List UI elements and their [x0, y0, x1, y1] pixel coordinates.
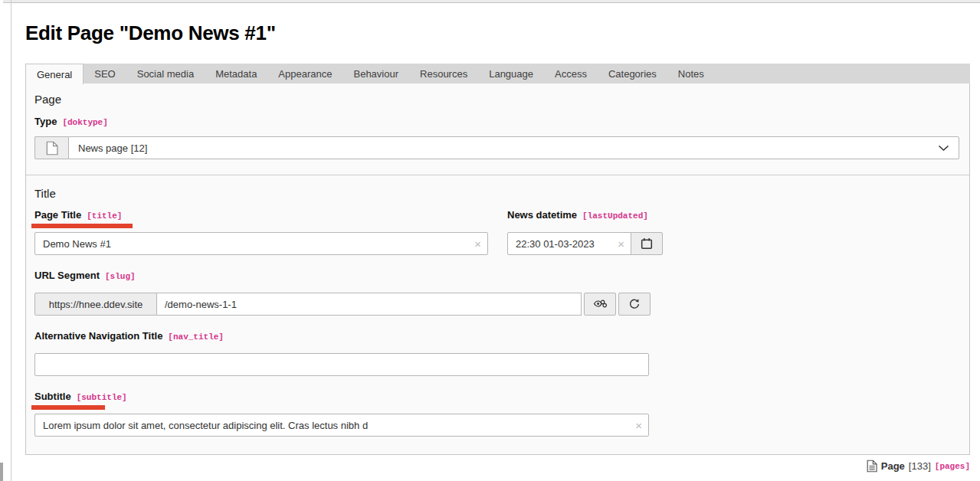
slug-input[interactable]	[157, 293, 582, 316]
tab-general[interactable]: General	[25, 64, 84, 84]
record-info-footer: Page [133] [pages]	[25, 460, 970, 473]
subtitle-field: Subtitle[subtitle] ×	[34, 391, 959, 437]
field-code-subtitle: [subtitle]	[77, 393, 127, 402]
highlight-underline-subtitle	[31, 405, 105, 410]
field-label-nav-title-text: Alternative Navigation Title	[34, 330, 162, 342]
clear-icon[interactable]: ×	[635, 420, 642, 431]
calendar-icon	[641, 237, 653, 250]
field-code-doktype: [doktype]	[62, 118, 107, 127]
section-heading-title: Title	[34, 187, 959, 200]
left-scrollbar-thumb[interactable]	[0, 463, 3, 481]
field-label-page-title: Page Title[title]	[34, 209, 488, 221]
slug-input-group: https://hnee.ddev.site	[34, 293, 651, 316]
field-label-news-datetime-text: News datetime	[507, 209, 577, 221]
section-heading-page: Page	[34, 93, 959, 106]
field-label-type: Type[doktype]	[34, 116, 959, 127]
news-datetime-input[interactable]	[507, 232, 631, 255]
datetime-picker-button[interactable]	[631, 232, 663, 255]
subtitle-input-wrap: ×	[34, 414, 649, 437]
clear-icon[interactable]: ×	[474, 238, 481, 250]
tab-categories[interactable]: Categories	[598, 64, 667, 83]
page-title-field: Page Title[title] ×	[34, 209, 488, 255]
field-label-news-datetime: News datetime[lastUpdated]	[507, 209, 663, 221]
chevron-down-icon	[938, 145, 949, 152]
clear-icon[interactable]: ×	[618, 238, 624, 250]
form-tabbar: General SEO Social media Metadata Appear…	[25, 64, 970, 83]
edit-form-region: Edit Page "Demo News #1" General SEO Soc…	[25, 0, 970, 473]
section-divider	[26, 175, 969, 175]
url-segment-field: URL Segment[slug] https://hnee.ddev.site	[34, 270, 959, 316]
document-lines-icon	[867, 460, 877, 473]
datetime-input-group: ×	[507, 232, 663, 255]
panel-left-divider	[11, 0, 11, 481]
tab-resources[interactable]: Resources	[409, 64, 478, 83]
doktype-selected-value: News page [12]	[78, 142, 147, 154]
nav-title-input[interactable]	[34, 353, 649, 376]
slug-recalculate-button[interactable]	[618, 293, 651, 316]
page-title-input[interactable]	[34, 232, 488, 255]
field-code-nav-title: [nav_title]	[168, 332, 224, 342]
tab-notes[interactable]: Notes	[667, 64, 715, 83]
tab-seo[interactable]: SEO	[84, 64, 126, 83]
tab-appearance[interactable]: Appearance	[267, 64, 343, 83]
slug-toggle-button[interactable]	[584, 293, 616, 316]
slug-input-wrap	[157, 293, 582, 316]
link-eye-icon	[593, 299, 607, 309]
doktype-select-group: News page [12]	[34, 136, 959, 159]
field-code-slug: [slug]	[105, 272, 136, 281]
highlight-underline-page-title	[31, 224, 133, 228]
field-code-lastupdated: [lastUpdated]	[582, 211, 648, 221]
slug-prefix: https://hnee.ddev.site	[34, 293, 157, 316]
field-label-subtitle-text: Subtitle	[34, 391, 71, 402]
field-label-nav-title: Alternative Navigation Title[nav_title]	[34, 330, 959, 342]
tab-social-media[interactable]: Social media	[126, 64, 205, 83]
title-datetime-row: Page Title[title] × News datetime[lastUp…	[34, 209, 959, 255]
nav-title-input-wrap	[34, 353, 649, 376]
page-title-input-wrap: ×	[34, 232, 488, 255]
nav-title-field: Alternative Navigation Title[nav_title]	[34, 330, 959, 376]
record-type-label: Page	[881, 460, 905, 472]
record-table-code[interactable]: [pages]	[935, 462, 970, 471]
subtitle-input[interactable]	[34, 414, 649, 437]
datetime-input-wrap: ×	[507, 232, 631, 255]
tab-behaviour[interactable]: Behaviour	[343, 64, 409, 83]
news-datetime-field: News datetime[lastUpdated] ×	[507, 209, 663, 255]
tab-content-panel: Page Type[doktype] News page [12]	[25, 83, 970, 455]
doktype-icon-box	[34, 136, 68, 159]
field-label-url-segment: URL Segment[slug]	[34, 270, 959, 281]
tab-metadata[interactable]: Metadata	[205, 64, 267, 83]
field-label-type-text: Type	[34, 116, 57, 127]
tab-access[interactable]: Access	[544, 64, 598, 83]
field-label-url-segment-text: URL Segment	[34, 270, 100, 281]
field-label-subtitle: Subtitle[subtitle]	[34, 391, 959, 402]
refresh-icon	[628, 298, 641, 310]
doktype-select[interactable]: News page [12]	[68, 136, 959, 159]
page-document-icon	[46, 141, 58, 155]
field-label-page-title-text: Page Title	[34, 209, 81, 221]
tab-language[interactable]: Language	[478, 64, 544, 83]
page-title: Edit Page "Demo News #1"	[25, 21, 970, 45]
record-id: [133]	[909, 460, 931, 472]
left-scrollbar-track[interactable]	[0, 0, 3, 481]
field-code-title: [title]	[87, 211, 122, 221]
